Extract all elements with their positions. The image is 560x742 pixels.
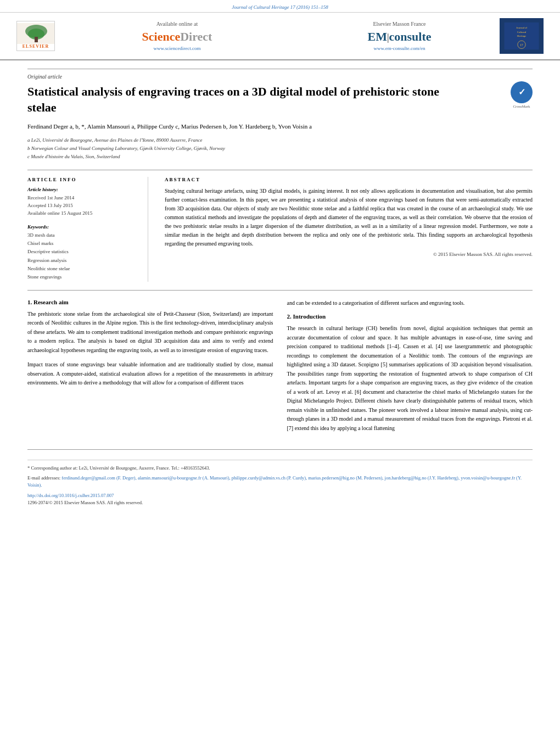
received-date: Received 1st June 2014 (27, 194, 137, 202)
main-content: Original article Statistical analysis of… (0, 60, 560, 514)
article-history: Article history: Received 1st June 2014 … (27, 187, 137, 217)
page: Journal of Cultural Heritage 17 (2016) 1… (0, 0, 560, 742)
svg-text:17: 17 (520, 43, 523, 47)
elsevier-tree-icon (17, 23, 55, 44)
article-title: Statistical analysis of engraving traces… (27, 84, 456, 115)
sciencedirect-logo: ScienceDirect (77, 30, 277, 44)
email-addresses: ferdinand.deger@gmail.com (F. Deger), al… (27, 475, 522, 488)
keywords-label: Keywords: (27, 224, 137, 230)
corresponding-author-note: * Corresponding author at: Le2i, Univers… (27, 465, 533, 472)
em-logo: EM|consulte (299, 30, 500, 44)
crossmark-circle: ✓ (511, 81, 533, 103)
publisher-banner: ELSEVIER Available online at ScienceDire… (0, 13, 560, 60)
abstract-column: Abstract Studying cultural heritage arte… (165, 177, 533, 282)
keyword-6: Stone engravings (27, 273, 137, 281)
keyword-5: Neolithic stone stelae (27, 265, 137, 273)
svg-text:Journal of: Journal of (516, 26, 527, 29)
authors: Ferdinand Deger a, b, *, Alamin Mansouri… (27, 122, 533, 132)
section2-text1: The research in cultural heritage (CH) b… (287, 324, 533, 433)
keyword-1: 3D mesh data (27, 231, 137, 239)
author-names: Ferdinand Deger a, b, *, Alamin Mansouri… (27, 123, 312, 130)
section1-text1: The prehistoric stone stelae from the ar… (27, 310, 273, 355)
em-url[interactable]: www.em-consulte.com/en (299, 46, 500, 51)
journal-title: Journal of Cultural Heritage 17 (2016) 1… (232, 4, 328, 10)
affiliations: a Le2i, Université de Bourgogne, Avenue … (27, 136, 533, 161)
section2-title: 2. Introduction (287, 313, 533, 320)
abstract-text: Studying cultural heritage artefacts, us… (165, 187, 533, 248)
svg-text:Heritage: Heritage (517, 35, 527, 37)
sciencedirect-branding: Available online at ScienceDirect www.sc… (77, 21, 277, 51)
affiliation-c: c Musée d'histoire du Valais, Sion, Swit… (27, 153, 533, 161)
elsevier-logo: ELSEVIER (16, 21, 55, 51)
keyword-3: Descriptive statistics (27, 248, 137, 256)
svg-text:Cultural: Cultural (517, 31, 527, 34)
body-col-left: 1. Research aim The prehistoric stone st… (27, 299, 273, 439)
keyword-2: Chisel marks (27, 239, 137, 248)
footer-divider (27, 460, 533, 460)
email-label: E-mail addresses: (27, 475, 60, 481)
journal-cover-icon: Journal of Cultural Heritage 17 (502, 18, 541, 54)
available-date: Available online 15 August 2015 (27, 209, 137, 217)
available-text: Available online at (77, 21, 277, 27)
em-label: Elsevier Masson France (299, 21, 500, 27)
elsevier-name: ELSEVIER (23, 44, 49, 49)
section1-text2: Impact traces of stone engravings bear v… (27, 360, 273, 388)
section1-title: 1. Research aim (27, 299, 273, 305)
article-type: Original article (27, 69, 533, 80)
journal-header: Journal of Cultural Heritage 17 (2016) 1… (0, 0, 560, 13)
elsevier-logo-image (17, 23, 54, 44)
keywords-section: Keywords: 3D mesh data Chisel marks Desc… (27, 224, 137, 282)
affiliation-a: a Le2i, Université de Bourgogne, Avenue … (27, 136, 533, 144)
sciencedirect-url[interactable]: www.sciencedirect.com (77, 46, 277, 51)
article-info-abstract: Article Info Article history: Received 1… (27, 170, 533, 282)
article-info-heading: Article Info (27, 177, 137, 182)
history-label: Article history: (27, 187, 137, 192)
elsevier-branding: ELSEVIER (16, 21, 55, 51)
body-col-right: and can be extended to a categorisation … (287, 299, 533, 439)
footer-copyright: 1296-2074/© 2015 Elsevier Masson SAS. Al… (27, 500, 533, 505)
article-info-column: Article Info Article history: Received 1… (27, 177, 148, 282)
svg-rect-3 (35, 37, 38, 42)
crossmark-icon: ✓ (512, 82, 531, 102)
crossmark: ✓ CrossMark (511, 81, 533, 103)
svg-text:✓: ✓ (518, 87, 525, 97)
keyword-4: Regression analysis (27, 256, 137, 265)
doi-link[interactable]: http://dx.doi.org/10.1016/j.culher.2015.… (27, 493, 533, 498)
accepted-date: Accepted 13 July 2015 (27, 202, 137, 209)
abstract-copyright: © 2015 Elsevier Masson SAS. All rights r… (165, 252, 533, 257)
journal-badge: Journal of Cultural Heritage 17 (500, 18, 544, 54)
footer-section: * Corresponding author at: Le2i, Univers… (27, 449, 533, 505)
affiliation-b: b Norwegian Colour and Visual Computing … (27, 144, 533, 153)
crossmark-label: CrossMark (511, 104, 533, 109)
body-section: 1. Research aim The prehistoric stone st… (27, 290, 533, 439)
section1-text3: and can be extended to a categorisation … (287, 299, 533, 308)
body-two-col: 1. Research aim The prehistoric stone st… (27, 299, 533, 439)
abstract-heading: Abstract (165, 177, 533, 182)
email-note: E-mail addresses: ferdinand.deger@gmail.… (27, 475, 533, 489)
em-branding: Elsevier Masson France EM|consulte www.e… (299, 21, 500, 51)
